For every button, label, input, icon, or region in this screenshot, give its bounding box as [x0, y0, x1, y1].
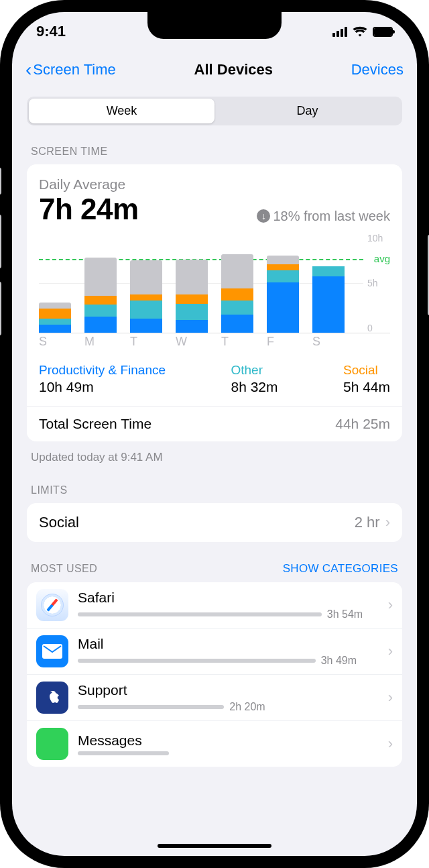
app-usage-bar	[78, 612, 322, 616]
bar-f[interactable]	[267, 256, 299, 333]
limit-social-row[interactable]: Social 2 hr›	[27, 503, 402, 542]
app-row-mail[interactable]: Mail3h 49m›	[27, 629, 402, 675]
nav-bar: ‹ Screen Time All Devices Devices	[12, 51, 417, 89]
chevron-right-icon: ›	[388, 689, 393, 706]
messages-icon	[36, 728, 68, 760]
bar-t[interactable]	[130, 260, 162, 333]
safari-icon	[36, 589, 68, 621]
section-most-used-hdr: MOST USED	[31, 563, 97, 575]
app-usage-bar	[78, 659, 316, 663]
support-icon	[36, 682, 68, 714]
chevron-left-icon: ‹	[25, 59, 32, 80]
chevron-right-icon: ›	[388, 735, 393, 753]
app-name: Support	[78, 682, 383, 698]
app-usage-bar	[78, 751, 169, 755]
app-time: 2h 20m	[229, 701, 265, 713]
back-label: Screen Time	[33, 61, 116, 78]
down-arrow-icon: ↓	[257, 209, 270, 223]
category-teal: Other8h 32m	[231, 363, 278, 395]
app-name: Mail	[78, 636, 383, 652]
screen-time-card: Daily Average 7h 24m ↓ 18% from last wee…	[27, 164, 402, 441]
back-button[interactable]: ‹ Screen Time	[25, 59, 116, 80]
battery-icon	[373, 27, 393, 37]
section-screen-time-hdr: SCREEN TIME	[27, 146, 402, 158]
usage-bar-chart[interactable]: avg 10h 5h 0 SMTWTFS	[39, 233, 390, 354]
bar-m[interactable]	[84, 258, 117, 333]
home-indicator[interactable]	[158, 844, 271, 848]
app-name: Messages	[78, 733, 383, 749]
total-screen-time-row[interactable]: Total Screen Time 44h 25m	[27, 406, 402, 441]
chevron-right-icon: ›	[385, 514, 390, 531]
seg-week[interactable]: Week	[29, 99, 214, 123]
limit-value: 2 hr	[355, 514, 380, 531]
chart-x-axis: SMTWTFS	[39, 335, 390, 349]
show-categories-link[interactable]: SHOW CATEGORIES	[283, 562, 398, 576]
seg-day[interactable]: Day	[214, 99, 400, 123]
status-time: 9:41	[36, 23, 66, 40]
cellular-icon	[332, 26, 347, 37]
mail-icon	[36, 635, 68, 667]
chevron-right-icon: ›	[388, 643, 393, 660]
category-orange: Social5h 44m	[343, 363, 390, 395]
category-breakdown: Productivity & Finance10h 49mOther8h 32m…	[39, 363, 390, 395]
most-used-list: Safari3h 54m›Mail3h 49m›Support2h 20m›Me…	[27, 582, 402, 767]
total-value: 44h 25m	[335, 416, 390, 432]
bar-t[interactable]	[221, 254, 253, 333]
updated-text: Updated today at 9:41 AM	[27, 451, 402, 464]
week-day-segmented[interactable]: Week Day	[27, 97, 402, 125]
app-row-support[interactable]: Support2h 20m›	[27, 675, 402, 721]
app-usage-bar	[78, 705, 224, 709]
app-time: 3h 49m	[321, 655, 357, 667]
app-row-safari[interactable]: Safari3h 54m›	[27, 582, 402, 629]
total-label: Total Screen Time	[39, 416, 151, 432]
chevron-right-icon: ›	[388, 596, 393, 614]
bar-s[interactable]	[312, 266, 345, 333]
section-limits-hdr: LIMITS	[27, 484, 402, 496]
limit-name: Social	[39, 514, 79, 531]
bar-w[interactable]	[176, 260, 208, 333]
devices-button[interactable]: Devices	[351, 61, 404, 78]
app-time: 3h 54m	[327, 608, 363, 620]
wifi-icon	[353, 25, 367, 38]
app-row-messages[interactable]: Messages›	[27, 721, 402, 767]
bar-s[interactable]	[39, 303, 71, 333]
daily-average-value: 7h 24m	[39, 193, 139, 226]
page-title: All Devices	[194, 61, 273, 78]
delta-from-last-week: ↓ 18% from last week	[257, 209, 390, 224]
daily-average-label: Daily Average	[39, 176, 390, 193]
app-name: Safari	[78, 590, 383, 606]
category-blue: Productivity & Finance10h 49m	[39, 363, 166, 395]
